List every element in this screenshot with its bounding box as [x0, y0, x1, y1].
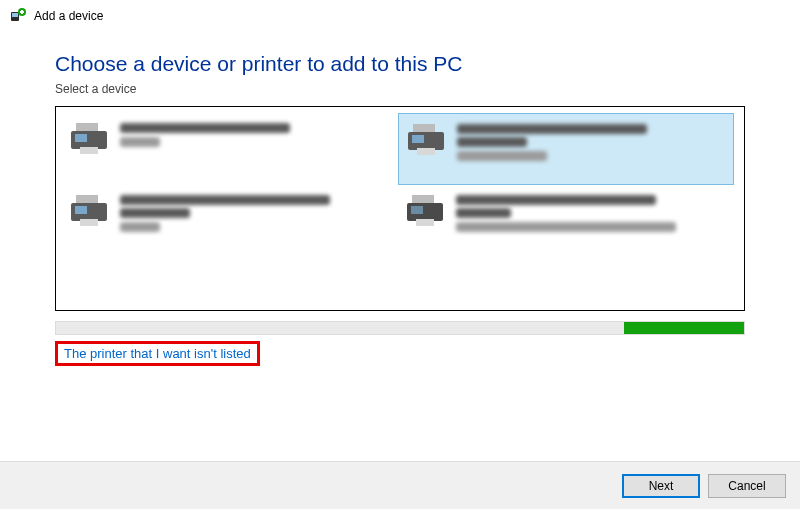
svg-rect-20: [416, 219, 434, 226]
svg-rect-4: [20, 11, 24, 13]
svg-rect-8: [80, 147, 98, 154]
dialog-footer: Next Cancel: [0, 461, 800, 509]
printer-not-listed-link[interactable]: The printer that I want isn't listed: [64, 346, 251, 361]
device-item[interactable]: [398, 185, 734, 257]
printer-icon: [68, 193, 110, 229]
device-info: [120, 121, 290, 147]
device-type: [120, 222, 160, 232]
svg-rect-16: [80, 219, 98, 226]
page-title: Choose a device or printer to add to thi…: [55, 52, 752, 76]
window-title: Add a device: [34, 9, 103, 23]
svg-rect-1: [12, 13, 18, 17]
device-name: [456, 195, 656, 205]
device-item[interactable]: [398, 113, 734, 185]
device-name-line2: [120, 208, 190, 218]
device-name: [120, 195, 330, 205]
device-info: [120, 193, 330, 232]
device-item[interactable]: [62, 185, 398, 257]
titlebar: Add a device: [0, 0, 800, 32]
page-subheading: Select a device: [55, 82, 752, 96]
progress-fill: [624, 322, 744, 334]
device-info: [457, 122, 647, 161]
printer-icon: [405, 122, 447, 158]
device-info: [456, 193, 676, 232]
device-type: [457, 151, 547, 161]
device-item[interactable]: [62, 113, 398, 185]
dialog-content: Choose a device or printer to add to thi…: [0, 32, 800, 366]
device-type: [456, 222, 676, 232]
device-type: [120, 137, 160, 147]
link-row: The printer that I want isn't listed: [55, 341, 752, 366]
printer-icon: [404, 193, 446, 229]
svg-rect-15: [75, 206, 87, 214]
device-name: [120, 123, 290, 133]
cancel-button[interactable]: Cancel: [708, 474, 786, 498]
svg-rect-11: [412, 135, 424, 143]
printer-icon: [68, 121, 110, 157]
progress-bar: [55, 321, 745, 335]
svg-rect-19: [411, 206, 423, 214]
device-add-icon: [10, 8, 26, 24]
device-name-line2: [456, 208, 511, 218]
highlight-box: The printer that I want isn't listed: [55, 341, 260, 366]
device-name: [457, 124, 647, 134]
svg-rect-12: [417, 148, 435, 155]
next-button[interactable]: Next: [622, 474, 700, 498]
device-list: [55, 106, 745, 311]
device-name-line2: [457, 137, 527, 147]
svg-rect-7: [75, 134, 87, 142]
